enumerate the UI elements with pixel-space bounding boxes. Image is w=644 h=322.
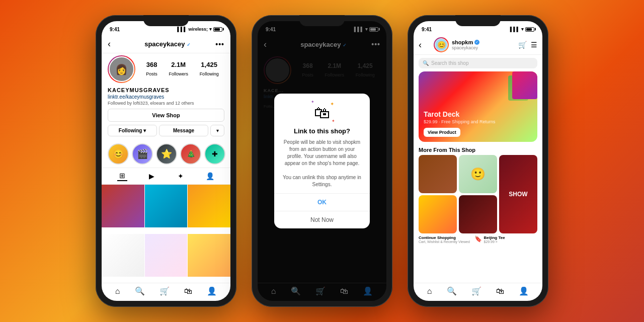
time-left: 9:41 (110, 27, 120, 32)
search-icon-left[interactable]: 🔍 (135, 286, 145, 296)
bookmark-icon[interactable]: 🔖 (474, 235, 482, 244)
photo-grid (102, 185, 230, 283)
photo-cell-5[interactable] (145, 234, 188, 277)
shop-verified-badge: ✓ (474, 40, 479, 45)
screen-right: 9:41 ▌▌▌ ▾ ‹ 😊 shopkm ✓ spaceykacey (414, 21, 542, 301)
shop-header: ‹ 😊 shopkm ✓ spaceykacey 🛒 ☰ (414, 35, 542, 55)
cart-icon-right[interactable]: 🛒 (518, 41, 527, 49)
message-button[interactable]: Message (159, 125, 208, 136)
time-right: 9:41 (422, 27, 432, 32)
continue-shopping-sub: Cart, Wishlist & Recently Viewed (419, 240, 472, 244)
shop-item-candle[interactable] (419, 195, 457, 233)
photo-cell-4[interactable] (102, 234, 144, 277)
search-placeholder: Search this shop (431, 60, 469, 66)
story-5[interactable]: ✚ (204, 143, 225, 165)
tab-reels[interactable]: ▶ (146, 171, 156, 181)
beijing-tee-price: $29.99 » (484, 240, 538, 244)
signal-icon-left: ▌▌▌ (177, 27, 187, 32)
nav-title-left: spaceykacey ✓ (120, 40, 215, 48)
profile-link[interactable]: linktr.ee/kaceymusgraves (108, 94, 224, 100)
hero-product-main (512, 71, 537, 99)
profile-stats: 368 Posts 2.1M Followers 1,425 Following (140, 61, 224, 77)
story-1[interactable]: 😊 (108, 143, 129, 165)
shop-item-smiley[interactable]: 🙂 (459, 155, 497, 193)
menu-icon-right[interactable]: ☰ (531, 41, 537, 49)
tab-tagged[interactable]: ✦ (176, 171, 186, 181)
search-bar[interactable]: 🔍 Search this shop (419, 58, 537, 68)
dialog-box: 🛍 ✦ ✦ ✦ Link to this shop? People will b… (274, 94, 370, 228)
notch-left (143, 15, 189, 26)
tab-person[interactable]: 👤 (205, 171, 215, 181)
profile-icon-right[interactable]: 👤 (519, 286, 529, 296)
bag-icon-left[interactable]: 🛍 (184, 287, 192, 296)
photo-cell-3[interactable] (188, 185, 230, 227)
avatar-image-left: 👩 (109, 56, 134, 82)
view-shop-button[interactable]: View Shop (108, 109, 224, 122)
profile-tabs: ⊞ ▶ ✦ 👤 (102, 168, 230, 185)
nav-bar-left: ‹ spaceykacey ✓ ••• (102, 35, 230, 53)
profile-icon-left[interactable]: 👤 (207, 286, 217, 296)
profile-header: 👩 368 Posts 2.1M Followers 1,425 (102, 53, 230, 140)
nav-more-left[interactable]: ••• (215, 40, 224, 48)
battery-left (213, 27, 222, 32)
candle-image (419, 195, 457, 233)
not-now-button[interactable]: Not Now (282, 211, 362, 228)
continue-shopping-label[interactable]: Continue Shopping Cart, Wishlist & Recen… (419, 235, 472, 244)
dropdown-button[interactable]: ▾ (210, 125, 224, 136)
story-4[interactable]: 🎄 (180, 143, 201, 165)
shop-name: shopkm (452, 39, 473, 45)
following-button[interactable]: Following ▾ (108, 125, 157, 136)
stories-row: 😊 🎬 ⭐ 🎄 ✚ (102, 140, 230, 168)
shop-item-hoodie[interactable] (459, 195, 497, 233)
profile-name: KACEYMUSGRAVES (108, 87, 224, 93)
photo-cell-1[interactable] (102, 185, 144, 227)
beijing-tee-name: Beijing Tee (484, 235, 538, 240)
shop-sub: spaceykacey (452, 45, 515, 50)
hero-banner: Tarot Deck $29.99 · Free Shipping and Re… (419, 71, 537, 142)
bag-icon-right[interactable]: 🛍 (496, 287, 504, 296)
photo-cell-2[interactable] (145, 185, 188, 227)
search-icon-right[interactable]: 🔍 (447, 286, 457, 296)
hero-text-area: Tarot Deck $29.99 · Free Shipping and Re… (424, 110, 496, 137)
back-button-left[interactable]: ‹ (108, 39, 120, 49)
sparkle-icon-3: ✦ (332, 119, 335, 123)
battery-right (525, 27, 534, 32)
shop-name-row: shopkm ✓ (452, 39, 515, 45)
dialog-body: People will be able to visit shopkm from… (282, 139, 362, 188)
pants-image (419, 155, 457, 193)
home-icon-right[interactable]: ⌂ (427, 287, 432, 296)
dialog-icon-area: 🛍 ✦ ✦ ✦ (282, 104, 362, 122)
view-product-button[interactable]: View Product (424, 128, 460, 137)
sparkle-icon-2: ✦ (311, 100, 314, 104)
back-button-right[interactable]: ‹ (419, 40, 431, 50)
stat-following: 1,425 Following (200, 61, 219, 77)
wifi-icon-right: ▾ (521, 27, 524, 32)
sparkle-icon: ✦ (330, 101, 334, 107)
shop-item-tee[interactable]: SHOW (499, 155, 537, 233)
avatar-left: 👩 (108, 55, 135, 83)
action-buttons-row: Following ▾ Message ▾ (108, 125, 224, 136)
tab-grid[interactable]: ⊞ (117, 171, 127, 181)
shop-item-pants[interactable] (419, 155, 457, 193)
shop-grid: 🙂 SHOW (414, 155, 542, 233)
profile-stats-row: 👩 368 Posts 2.1M Followers 1,425 (108, 55, 224, 83)
shop-icon-left[interactable]: 🛒 (159, 286, 170, 296)
hero-price: $29.99 · Free Shipping and Returns (424, 119, 496, 124)
profile-content: 👩 368 Posts 2.1M Followers 1,425 (102, 53, 230, 283)
wifi-icon-left2: ▾ (209, 27, 212, 32)
beijing-tee-label[interactable]: Beijing Tee $29.99 » (484, 235, 538, 244)
story-2[interactable]: 🎬 (132, 143, 153, 165)
story-3[interactable]: ⭐ (156, 143, 177, 165)
ok-button[interactable]: OK (282, 194, 362, 211)
wifi-icon-left: wireless; (188, 27, 208, 32)
shop-icon-right[interactable]: 🛒 (471, 286, 481, 296)
stat-posts: 368 Posts (146, 61, 157, 77)
dialog-shopping-icon: 🛍 ✦ ✦ ✦ (314, 104, 330, 122)
bottom-nav-left: ⌂ 🔍 🛒 🛍 👤 (102, 283, 230, 301)
hero-title: Tarot Deck (424, 110, 496, 118)
signal-icon-right: ▌▌▌ (510, 27, 520, 32)
screen-middle: 9:41 ▌▌▌ ▾ ‹ spaceykacey ✓ ••• (258, 21, 386, 301)
photo-cell-6[interactable] (188, 234, 230, 277)
home-icon-left[interactable]: ⌂ (115, 287, 120, 296)
stat-followers: 2.1M Followers (169, 61, 188, 77)
